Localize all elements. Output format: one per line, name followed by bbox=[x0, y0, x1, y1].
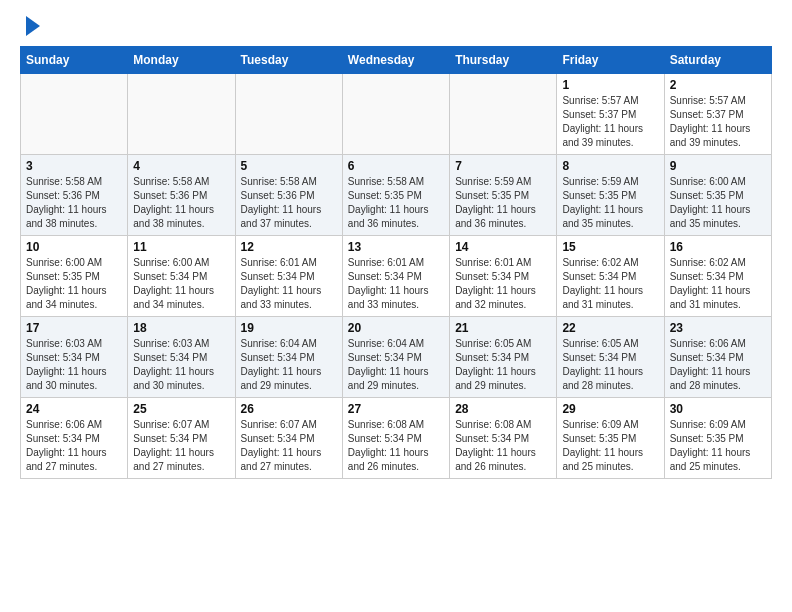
day-number: 20 bbox=[348, 321, 444, 335]
calendar-day-empty bbox=[21, 74, 128, 155]
day-info: Sunrise: 5:59 AM Sunset: 5:35 PM Dayligh… bbox=[562, 175, 658, 231]
day-info: Sunrise: 6:04 AM Sunset: 5:34 PM Dayligh… bbox=[241, 337, 337, 393]
calendar-day-8: 8Sunrise: 5:59 AM Sunset: 5:35 PM Daylig… bbox=[557, 155, 664, 236]
day-info: Sunrise: 5:57 AM Sunset: 5:37 PM Dayligh… bbox=[670, 94, 766, 150]
day-info: Sunrise: 5:58 AM Sunset: 5:36 PM Dayligh… bbox=[26, 175, 122, 231]
day-number: 27 bbox=[348, 402, 444, 416]
calendar-day-24: 24Sunrise: 6:06 AM Sunset: 5:34 PM Dayli… bbox=[21, 398, 128, 479]
calendar-day-15: 15Sunrise: 6:02 AM Sunset: 5:34 PM Dayli… bbox=[557, 236, 664, 317]
calendar-day-6: 6Sunrise: 5:58 AM Sunset: 5:35 PM Daylig… bbox=[342, 155, 449, 236]
day-info: Sunrise: 6:05 AM Sunset: 5:34 PM Dayligh… bbox=[562, 337, 658, 393]
day-info: Sunrise: 6:02 AM Sunset: 5:34 PM Dayligh… bbox=[670, 256, 766, 312]
day-number: 9 bbox=[670, 159, 766, 173]
day-number: 19 bbox=[241, 321, 337, 335]
day-info: Sunrise: 6:06 AM Sunset: 5:34 PM Dayligh… bbox=[670, 337, 766, 393]
calendar-day-25: 25Sunrise: 6:07 AM Sunset: 5:34 PM Dayli… bbox=[128, 398, 235, 479]
day-info: Sunrise: 6:01 AM Sunset: 5:34 PM Dayligh… bbox=[348, 256, 444, 312]
day-info: Sunrise: 6:01 AM Sunset: 5:34 PM Dayligh… bbox=[241, 256, 337, 312]
day-info: Sunrise: 6:09 AM Sunset: 5:35 PM Dayligh… bbox=[562, 418, 658, 474]
day-number: 3 bbox=[26, 159, 122, 173]
calendar-day-9: 9Sunrise: 6:00 AM Sunset: 5:35 PM Daylig… bbox=[664, 155, 771, 236]
calendar-day-28: 28Sunrise: 6:08 AM Sunset: 5:34 PM Dayli… bbox=[450, 398, 557, 479]
calendar-day-22: 22Sunrise: 6:05 AM Sunset: 5:34 PM Dayli… bbox=[557, 317, 664, 398]
day-info: Sunrise: 6:00 AM Sunset: 5:35 PM Dayligh… bbox=[26, 256, 122, 312]
day-number: 16 bbox=[670, 240, 766, 254]
day-number: 26 bbox=[241, 402, 337, 416]
weekday-header-monday: Monday bbox=[128, 47, 235, 74]
calendar-week-1: 3Sunrise: 5:58 AM Sunset: 5:36 PM Daylig… bbox=[21, 155, 772, 236]
day-info: Sunrise: 5:57 AM Sunset: 5:37 PM Dayligh… bbox=[562, 94, 658, 150]
calendar-day-20: 20Sunrise: 6:04 AM Sunset: 5:34 PM Dayli… bbox=[342, 317, 449, 398]
calendar-day-16: 16Sunrise: 6:02 AM Sunset: 5:34 PM Dayli… bbox=[664, 236, 771, 317]
day-info: Sunrise: 6:05 AM Sunset: 5:34 PM Dayligh… bbox=[455, 337, 551, 393]
day-number: 21 bbox=[455, 321, 551, 335]
day-info: Sunrise: 6:06 AM Sunset: 5:34 PM Dayligh… bbox=[26, 418, 122, 474]
day-info: Sunrise: 6:03 AM Sunset: 5:34 PM Dayligh… bbox=[133, 337, 229, 393]
calendar-day-empty bbox=[128, 74, 235, 155]
calendar-day-17: 17Sunrise: 6:03 AM Sunset: 5:34 PM Dayli… bbox=[21, 317, 128, 398]
day-number: 23 bbox=[670, 321, 766, 335]
page-header bbox=[20, 20, 772, 36]
day-info: Sunrise: 6:03 AM Sunset: 5:34 PM Dayligh… bbox=[26, 337, 122, 393]
calendar-day-30: 30Sunrise: 6:09 AM Sunset: 5:35 PM Dayli… bbox=[664, 398, 771, 479]
weekday-header-wednesday: Wednesday bbox=[342, 47, 449, 74]
calendar-day-2: 2Sunrise: 5:57 AM Sunset: 5:37 PM Daylig… bbox=[664, 74, 771, 155]
calendar-day-11: 11Sunrise: 6:00 AM Sunset: 5:34 PM Dayli… bbox=[128, 236, 235, 317]
calendar-table: SundayMondayTuesdayWednesdayThursdayFrid… bbox=[20, 46, 772, 479]
calendar-day-29: 29Sunrise: 6:09 AM Sunset: 5:35 PM Dayli… bbox=[557, 398, 664, 479]
day-number: 14 bbox=[455, 240, 551, 254]
calendar-day-7: 7Sunrise: 5:59 AM Sunset: 5:35 PM Daylig… bbox=[450, 155, 557, 236]
day-number: 18 bbox=[133, 321, 229, 335]
day-info: Sunrise: 6:02 AM Sunset: 5:34 PM Dayligh… bbox=[562, 256, 658, 312]
day-info: Sunrise: 5:58 AM Sunset: 5:35 PM Dayligh… bbox=[348, 175, 444, 231]
calendar-week-3: 17Sunrise: 6:03 AM Sunset: 5:34 PM Dayli… bbox=[21, 317, 772, 398]
day-info: Sunrise: 6:00 AM Sunset: 5:35 PM Dayligh… bbox=[670, 175, 766, 231]
day-number: 29 bbox=[562, 402, 658, 416]
day-info: Sunrise: 6:08 AM Sunset: 5:34 PM Dayligh… bbox=[455, 418, 551, 474]
calendar-day-3: 3Sunrise: 5:58 AM Sunset: 5:36 PM Daylig… bbox=[21, 155, 128, 236]
calendar-day-21: 21Sunrise: 6:05 AM Sunset: 5:34 PM Dayli… bbox=[450, 317, 557, 398]
calendar-day-5: 5Sunrise: 5:58 AM Sunset: 5:36 PM Daylig… bbox=[235, 155, 342, 236]
day-number: 5 bbox=[241, 159, 337, 173]
calendar-day-10: 10Sunrise: 6:00 AM Sunset: 5:35 PM Dayli… bbox=[21, 236, 128, 317]
day-info: Sunrise: 5:58 AM Sunset: 5:36 PM Dayligh… bbox=[133, 175, 229, 231]
weekday-header-thursday: Thursday bbox=[450, 47, 557, 74]
calendar-day-12: 12Sunrise: 6:01 AM Sunset: 5:34 PM Dayli… bbox=[235, 236, 342, 317]
calendar-week-0: 1Sunrise: 5:57 AM Sunset: 5:37 PM Daylig… bbox=[21, 74, 772, 155]
day-info: Sunrise: 6:01 AM Sunset: 5:34 PM Dayligh… bbox=[455, 256, 551, 312]
calendar-day-empty bbox=[450, 74, 557, 155]
day-number: 8 bbox=[562, 159, 658, 173]
calendar-day-14: 14Sunrise: 6:01 AM Sunset: 5:34 PM Dayli… bbox=[450, 236, 557, 317]
weekday-header-saturday: Saturday bbox=[664, 47, 771, 74]
weekday-header-sunday: Sunday bbox=[21, 47, 128, 74]
day-info: Sunrise: 6:09 AM Sunset: 5:35 PM Dayligh… bbox=[670, 418, 766, 474]
day-info: Sunrise: 6:07 AM Sunset: 5:34 PM Dayligh… bbox=[241, 418, 337, 474]
weekday-header-friday: Friday bbox=[557, 47, 664, 74]
day-info: Sunrise: 6:08 AM Sunset: 5:34 PM Dayligh… bbox=[348, 418, 444, 474]
calendar-day-4: 4Sunrise: 5:58 AM Sunset: 5:36 PM Daylig… bbox=[128, 155, 235, 236]
weekday-header-tuesday: Tuesday bbox=[235, 47, 342, 74]
logo bbox=[20, 20, 40, 36]
day-number: 22 bbox=[562, 321, 658, 335]
calendar-day-23: 23Sunrise: 6:06 AM Sunset: 5:34 PM Dayli… bbox=[664, 317, 771, 398]
calendar-day-19: 19Sunrise: 6:04 AM Sunset: 5:34 PM Dayli… bbox=[235, 317, 342, 398]
day-number: 13 bbox=[348, 240, 444, 254]
weekday-header-row: SundayMondayTuesdayWednesdayThursdayFrid… bbox=[21, 47, 772, 74]
day-number: 30 bbox=[670, 402, 766, 416]
day-info: Sunrise: 6:00 AM Sunset: 5:34 PM Dayligh… bbox=[133, 256, 229, 312]
day-number: 6 bbox=[348, 159, 444, 173]
day-number: 15 bbox=[562, 240, 658, 254]
day-number: 17 bbox=[26, 321, 122, 335]
day-number: 25 bbox=[133, 402, 229, 416]
day-number: 10 bbox=[26, 240, 122, 254]
calendar-day-empty bbox=[342, 74, 449, 155]
calendar-day-13: 13Sunrise: 6:01 AM Sunset: 5:34 PM Dayli… bbox=[342, 236, 449, 317]
calendar-day-27: 27Sunrise: 6:08 AM Sunset: 5:34 PM Dayli… bbox=[342, 398, 449, 479]
day-info: Sunrise: 5:58 AM Sunset: 5:36 PM Dayligh… bbox=[241, 175, 337, 231]
day-number: 1 bbox=[562, 78, 658, 92]
calendar-week-4: 24Sunrise: 6:06 AM Sunset: 5:34 PM Dayli… bbox=[21, 398, 772, 479]
day-info: Sunrise: 6:07 AM Sunset: 5:34 PM Dayligh… bbox=[133, 418, 229, 474]
day-number: 7 bbox=[455, 159, 551, 173]
day-number: 28 bbox=[455, 402, 551, 416]
day-number: 24 bbox=[26, 402, 122, 416]
